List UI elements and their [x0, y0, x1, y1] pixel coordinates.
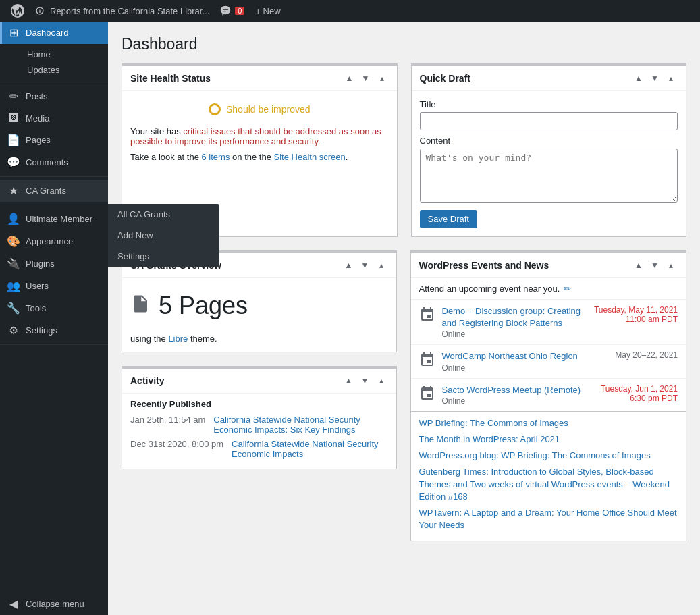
news-link-0[interactable]: WP Briefing: The Commons of Images: [419, 417, 678, 429]
sidebar-item-users[interactable]: 👥 Users: [0, 275, 108, 297]
sidebar-item-posts[interactable]: ✏ Posts: [0, 85, 108, 107]
news-link-2[interactable]: WordPress.org blog: WP Briefing: The Com…: [419, 450, 678, 462]
ca-grants-body: 5 Pages using the Libre theme.: [122, 278, 396, 352]
wp-events-controls: ▲ ▼ ▴: [632, 259, 678, 272]
theme-link[interactable]: Libre: [168, 333, 188, 344]
collapse-icon: ◀: [7, 597, 20, 610]
event-details-2: Sacto WordPress Meetup (Remote) Online: [442, 384, 594, 406]
event-name-1: WordCamp Northeast Ohio Region: [442, 350, 609, 363]
event-type-0: Online: [442, 329, 587, 339]
edit-location-icon[interactable]: ✏: [564, 284, 571, 294]
ca-grants-controls: ▲ ▼ ▴: [342, 259, 388, 272]
news-link-4[interactable]: WPTavern: A Laptop and a Dream: Your Hom…: [419, 507, 678, 531]
title-label: Title: [420, 99, 678, 109]
site-health-screen-link[interactable]: Site Health screen: [274, 152, 346, 162]
site-health-collapse-up[interactable]: ▲: [343, 72, 356, 85]
site-health-toggle[interactable]: ▴: [375, 72, 389, 85]
activity-link-0: California Statewide National Security E…: [213, 415, 360, 435]
site-health-items-link[interactable]: 6 items: [202, 152, 230, 162]
activity-title: Activity: [130, 375, 165, 386]
table-row: Dec 31st 2020, 8:00 pm California Statew…: [130, 439, 388, 459]
ca-grants-collapse-down[interactable]: ▼: [358, 259, 372, 272]
health-status-indicator: Should be improved: [130, 99, 389, 119]
ca-grants-icon: ★: [7, 184, 20, 197]
list-item: WordCamp Northeast Ohio Region Online Ma…: [411, 344, 686, 377]
ca-grants-flyout: All CA Grants Add New Settings: [108, 204, 219, 267]
quick-draft-header: Quick Draft ▲ ▼ ▴: [412, 66, 686, 91]
table-row: Jan 25th, 11:54 am California Statewide …: [130, 415, 388, 435]
event-date-2: Tuesday, Jun 1, 2021 6:30 pm PDT: [601, 384, 678, 403]
wp-events-title: WordPress Events and News: [419, 260, 549, 271]
health-description: Your site has critical issues that shoul…: [130, 126, 389, 146]
main-content: Dashboard Site Health Status ▲ ▼ ▴ Shoul…: [108, 22, 700, 615]
comments-button[interactable]: 0: [215, 0, 250, 22]
sidebar-item-dashboard[interactable]: ⊞ Dashboard: [0, 22, 108, 44]
comments-icon: 💬: [7, 156, 20, 169]
tools-icon: 🔧: [7, 302, 20, 315]
quick-draft-body: Title Content Save Draft: [412, 91, 686, 236]
wp-events-collapse-down[interactable]: ▼: [648, 259, 662, 272]
dashboard-icon: ⊞: [7, 26, 20, 39]
new-content-button[interactable]: + New: [250, 0, 286, 22]
ca-grants-toggle[interactable]: ▴: [375, 259, 388, 272]
pages-count-icon: [130, 294, 151, 319]
sidebar-item-updates[interactable]: Updates: [7, 62, 108, 78]
activity-collapse-up[interactable]: ▲: [342, 374, 356, 387]
users-icon: 👥: [7, 279, 20, 292]
health-link-text: Take a look at the 6 items on the the Si…: [130, 152, 389, 162]
sidebar-item-pages[interactable]: 📄 Pages: [0, 129, 108, 151]
sidebar-item-ca-grants[interactable]: ★ CA Grants: [0, 180, 108, 202]
list-item: Demo + Discussion group: Creating and Re…: [411, 299, 686, 344]
event-details-1: WordCamp Northeast Ohio Region Online: [442, 350, 609, 372]
save-draft-button[interactable]: Save Draft: [420, 210, 477, 228]
event-details-0: Demo + Discussion group: Creating and Re…: [442, 305, 587, 339]
sidebar-item-settings[interactable]: ⚙ Settings: [0, 319, 108, 342]
news-link-1[interactable]: The Month in WordPress: April 2021: [419, 433, 678, 446]
sidebar-item-ultimate-member[interactable]: 👤 Ultimate Member: [0, 208, 108, 230]
flyout-settings[interactable]: Settings: [108, 246, 219, 267]
activity-collapse-down[interactable]: ▼: [358, 374, 372, 387]
sidebar-item-appearance[interactable]: 🎨 Appearance: [0, 230, 108, 252]
admin-bar: Reports from the California State Librar…: [0, 0, 700, 22]
ca-grants-collapse-up[interactable]: ▲: [342, 259, 356, 272]
health-circle-icon: [209, 103, 221, 115]
site-health-collapse-down[interactable]: ▼: [359, 72, 373, 85]
wp-events-toggle[interactable]: ▴: [664, 259, 678, 272]
activity-date-0: Jan 25th, 11:54 am: [130, 415, 205, 435]
flyout-all-ca-grants[interactable]: All CA Grants: [108, 204, 219, 225]
site-health-controls: ▲ ▼ ▴: [343, 72, 389, 85]
pages-count-value: 5 Pages: [159, 292, 248, 320]
pages-icon: 📄: [7, 134, 20, 146]
event-type-2: Online: [442, 396, 594, 406]
sidebar-item-comments[interactable]: 💬 Comments: [0, 151, 108, 173]
sidebar-item-home[interactable]: Home: [7, 47, 108, 62]
flyout-add-new[interactable]: Add New: [108, 225, 219, 246]
sidebar-item-tools[interactable]: 🔧 Tools: [0, 297, 108, 319]
sidebar-collapse-button[interactable]: ◀ Collapse menu: [0, 593, 108, 615]
sidebar-item-plugins[interactable]: 🔌 Plugins: [0, 252, 108, 275]
ca-grants-count: 5 Pages: [122, 278, 396, 333]
wp-logo-button[interactable]: [5, 0, 30, 22]
activity-widget: Activity ▲ ▼ ▴ Recently Published Jan 25…: [122, 366, 397, 469]
activity-toggle[interactable]: ▴: [375, 374, 388, 387]
activity-date-1: Dec 31st 2020, 8:00 pm: [130, 439, 223, 459]
draft-content-textarea[interactable]: [420, 149, 678, 203]
quick-draft-collapse-down[interactable]: ▼: [648, 72, 662, 85]
quick-draft-toggle[interactable]: ▴: [664, 72, 678, 85]
event-date-0: Tuesday, May 11, 2021 11:00 am PDT: [594, 305, 678, 324]
wp-events-header: WordPress Events and News ▲ ▼ ▴: [411, 253, 686, 278]
ca-grants-stats: 5 Pages: [159, 292, 248, 320]
site-name[interactable]: Reports from the California State Librar…: [30, 0, 215, 22]
site-health-body: Should be improved Your site has critica…: [122, 91, 397, 176]
sidebar: ⊞ Dashboard Home Updates ✏ Posts 🖼 Media…: [0, 22, 108, 615]
settings-icon: ⚙: [7, 324, 20, 337]
quick-draft-collapse-up[interactable]: ▲: [632, 72, 645, 85]
draft-title-input[interactable]: [420, 112, 678, 130]
event-icon-1: [419, 352, 435, 368]
appearance-icon: 🎨: [7, 235, 20, 248]
sidebar-item-media[interactable]: 🖼 Media: [0, 107, 108, 129]
page-title: Dashboard: [122, 35, 686, 53]
news-link-3[interactable]: Gutenberg Times: Introduction to Global …: [419, 466, 678, 503]
wp-events-collapse-up[interactable]: ▲: [632, 259, 645, 272]
events-intro: Attend an upcoming event near you. ✏: [411, 278, 686, 299]
